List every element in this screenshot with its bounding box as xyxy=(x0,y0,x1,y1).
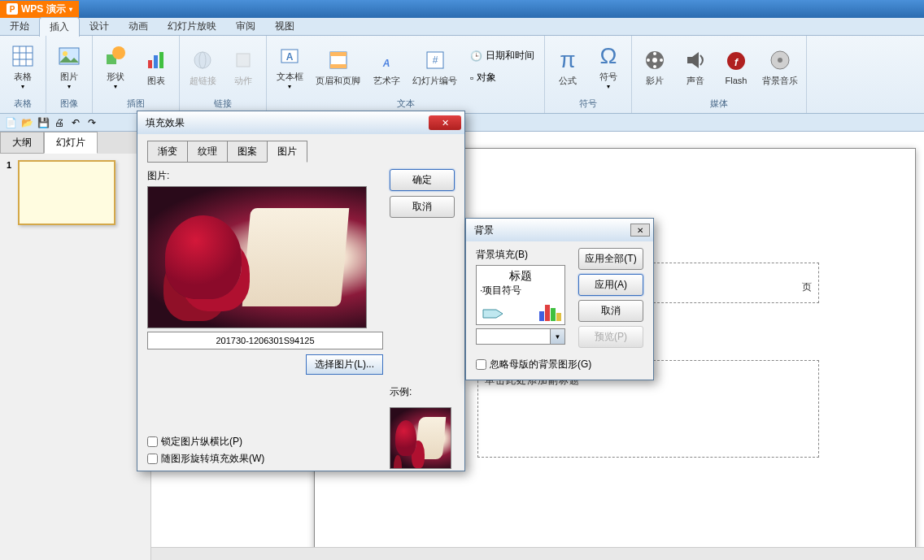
horizontal-scrollbar[interactable] xyxy=(151,547,924,560)
svg-point-25 xyxy=(653,52,656,55)
tab-texture[interactable]: 纹理 xyxy=(187,141,228,163)
svg-point-6 xyxy=(63,51,68,56)
chevron-down-icon[interactable]: ▼ xyxy=(550,329,564,344)
bg-fill-combo[interactable]: ▼ xyxy=(476,328,565,345)
slidenum-icon: # xyxy=(422,47,448,73)
table-icon xyxy=(10,43,36,69)
lock-aspect-row[interactable]: 锁定图片纵横比(P) xyxy=(147,435,383,449)
chevron-down-icon: ▾ xyxy=(114,83,117,90)
rotate-fill-row[interactable]: 随图形旋转填充效果(W) xyxy=(147,452,383,466)
tab-picture[interactable]: 图片 xyxy=(267,141,307,163)
ribbon-group-link: 超链接 动作 链接 xyxy=(180,36,267,113)
fill-effects-dialog: 填充效果 ✕ 渐变 纹理 图案 图片 图片: 201730-1206301S94… xyxy=(137,111,465,471)
menu-start[interactable]: 开始 xyxy=(0,17,39,36)
symbol-button[interactable]: Ω 符号 ▾ xyxy=(589,40,628,93)
fill-tabs: 渐变 纹理 图案 图片 xyxy=(147,141,464,163)
slide-thumbnail[interactable] xyxy=(18,160,116,225)
shapes-button[interactable]: 形状 ▾ xyxy=(96,40,135,93)
menu-design[interactable]: 设计 xyxy=(80,17,119,36)
svg-point-24 xyxy=(652,58,657,63)
menu-review[interactable]: 审阅 xyxy=(226,17,265,36)
object-icon: ▫ xyxy=(470,72,473,84)
header-icon xyxy=(325,47,351,73)
background-dialog: 背景 ✕ 背景填充(B) 标题 ·项目符号 ▼ 应用全部(T) xyxy=(465,218,654,380)
slide-thumb-1[interactable]: 1 xyxy=(7,160,144,225)
preview-title: 标题 xyxy=(480,269,561,284)
hyperlink-button[interactable]: 超链接 xyxy=(183,44,222,90)
apply-button[interactable]: 应用(A) xyxy=(578,274,643,296)
svg-text:A: A xyxy=(382,58,390,69)
cancel-button[interactable]: 取消 xyxy=(390,196,455,218)
slide-panel: 大纲 幻灯片 1 xyxy=(0,132,151,560)
svg-point-33 xyxy=(778,58,782,63)
menu-animation[interactable]: 动画 xyxy=(119,17,158,36)
app-menu-arrow-icon[interactable]: ▾ xyxy=(69,6,72,13)
svg-marker-29 xyxy=(687,52,699,68)
bgmusic-button[interactable]: 背景音乐 xyxy=(757,44,803,90)
undo-button[interactable]: ↶ xyxy=(68,115,83,130)
fill-dialog-titlebar[interactable]: 填充效果 ✕ xyxy=(137,111,464,134)
redo-button[interactable]: ↷ xyxy=(85,115,99,130)
app-name: WPS 演示 xyxy=(21,2,66,16)
arrow-shape-icon xyxy=(482,306,504,321)
chart-button[interactable]: 图表 xyxy=(137,44,176,90)
action-button[interactable]: 动作 xyxy=(224,44,263,90)
svg-rect-18 xyxy=(330,52,346,56)
wordart-icon: A xyxy=(373,47,399,73)
image-name: 201730-1206301S94125 xyxy=(147,332,383,349)
app-logo[interactable]: P WPS 演示 ▾ xyxy=(0,1,79,18)
slidenum-button[interactable]: # 幻灯片编号 xyxy=(408,44,462,90)
ignore-master-checkbox[interactable] xyxy=(476,359,486,370)
tab-slides[interactable]: 幻灯片 xyxy=(44,132,98,154)
preview-button[interactable]: 预览(P) xyxy=(578,326,643,348)
chart-icon xyxy=(143,47,169,73)
textbox-button[interactable]: A 文本框 ▾ xyxy=(270,40,309,93)
link-icon xyxy=(190,47,216,73)
svg-point-28 xyxy=(647,59,650,62)
menu-insert[interactable]: 插入 xyxy=(39,17,80,37)
svg-point-27 xyxy=(653,65,656,68)
movie-button[interactable]: 影片 xyxy=(635,44,674,90)
flash-button[interactable]: f Flash xyxy=(717,45,756,89)
apply-all-button[interactable]: 应用全部(T) xyxy=(578,248,643,270)
svg-point-12 xyxy=(194,52,211,68)
shapes-icon xyxy=(102,43,129,69)
sound-button[interactable]: 声音 xyxy=(676,44,715,90)
save-button[interactable]: 💾 xyxy=(36,115,50,130)
wps-logo-icon: P xyxy=(7,3,18,15)
tab-gradient[interactable]: 渐变 xyxy=(147,141,188,163)
image-button[interactable]: 图片 ▾ xyxy=(50,40,89,93)
menu-view[interactable]: 视图 xyxy=(265,17,304,36)
open-button[interactable]: 📂 xyxy=(20,115,34,130)
ribbon-group-media: 影片 声音 f Flash 背景音乐 媒体 xyxy=(632,36,807,113)
ignore-master-row[interactable]: 忽略母版的背景图形(G) xyxy=(466,358,653,378)
bg-dialog-titlebar[interactable]: 背景 ✕ xyxy=(466,219,653,241)
equation-button[interactable]: π 公式 xyxy=(548,44,587,90)
datetime-button[interactable]: 🕒日期和时间 xyxy=(467,47,538,64)
object-button[interactable]: ▫对象 xyxy=(467,69,538,86)
cancel-button[interactable]: 取消 xyxy=(578,300,643,322)
lock-aspect-checkbox[interactable] xyxy=(147,436,158,447)
header-footer-button[interactable]: 页眉和页脚 xyxy=(311,44,365,90)
select-image-button[interactable]: 选择图片(L)... xyxy=(306,354,383,375)
table-button[interactable]: 表格 ▾ xyxy=(3,40,42,93)
tab-outline[interactable]: 大纲 xyxy=(0,132,44,154)
ribbon-group-symbol: π 公式 Ω 符号 ▾ 符号 xyxy=(545,36,632,113)
new-doc-button[interactable]: 📄 xyxy=(3,115,18,130)
svg-point-8 xyxy=(112,46,125,59)
menu-bar: 开始 插入 设计 动画 幻灯片放映 审阅 视图 xyxy=(0,18,924,36)
fill-dialog-title: 填充效果 xyxy=(146,116,185,130)
close-button[interactable]: ✕ xyxy=(429,115,461,130)
print-button[interactable]: 🖨 xyxy=(52,115,67,130)
ok-button[interactable]: 确定 xyxy=(390,169,455,191)
menu-slideshow[interactable]: 幻灯片放映 xyxy=(158,17,226,36)
tab-pattern[interactable]: 图案 xyxy=(227,141,268,163)
equation-icon: π xyxy=(555,47,581,73)
close-button[interactable]: ✕ xyxy=(630,224,650,237)
svg-rect-14 xyxy=(237,54,250,67)
rotate-fill-checkbox[interactable] xyxy=(147,454,158,464)
svg-rect-9 xyxy=(148,60,152,68)
symbol-icon: Ω xyxy=(595,43,621,69)
wordart-button[interactable]: A 艺术字 xyxy=(367,44,406,90)
bg-fill-label: 背景填充(B) xyxy=(476,248,572,262)
